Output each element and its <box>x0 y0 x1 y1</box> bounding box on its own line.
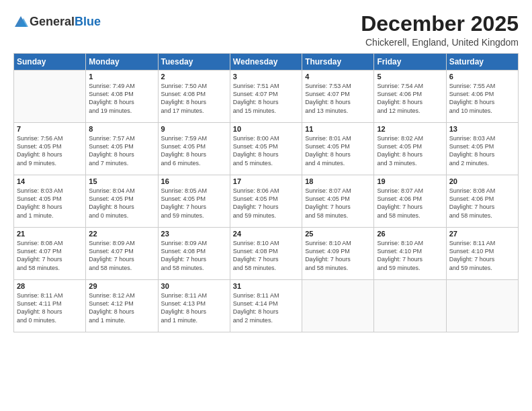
day-info: Sunrise: 7:55 AMSunset: 4:06 PMDaylight:… <box>449 82 515 115</box>
day-number: 30 <box>161 282 227 290</box>
day-number: 19 <box>377 177 443 185</box>
calendar-week-row: 1Sunrise: 7:49 AMSunset: 4:08 PMDaylight… <box>14 71 519 123</box>
table-row: 11Sunrise: 8:01 AMSunset: 4:05 PMDayligh… <box>302 123 374 175</box>
calendar-page: GeneralBlue December 2025 Chickerell, En… <box>0 0 532 411</box>
day-info: Sunrise: 7:56 AMSunset: 4:05 PMDaylight:… <box>17 134 83 167</box>
header: GeneralBlue December 2025 Chickerell, En… <box>13 12 519 48</box>
day-number: 5 <box>377 73 443 81</box>
table-row: 22Sunrise: 8:09 AMSunset: 4:07 PMDayligh… <box>86 228 158 280</box>
day-info: Sunrise: 8:05 AMSunset: 4:05 PMDaylight:… <box>161 187 227 220</box>
table-row <box>14 71 86 123</box>
day-info: Sunrise: 7:53 AMSunset: 4:07 PMDaylight:… <box>305 82 371 115</box>
table-row: 20Sunrise: 8:08 AMSunset: 4:06 PMDayligh… <box>446 175 518 228</box>
col-tuesday: Tuesday <box>158 54 230 71</box>
day-number: 16 <box>161 177 227 185</box>
day-info: Sunrise: 8:11 AMSunset: 4:14 PMDaylight:… <box>233 291 299 324</box>
day-number: 1 <box>89 73 154 81</box>
day-number: 10 <box>233 125 299 133</box>
day-number: 15 <box>89 177 154 185</box>
table-row: 23Sunrise: 8:09 AMSunset: 4:08 PMDayligh… <box>158 228 230 280</box>
day-info: Sunrise: 8:11 AMSunset: 4:11 PMDaylight:… <box>17 291 83 324</box>
day-info: Sunrise: 7:59 AMSunset: 4:05 PMDaylight:… <box>161 134 227 167</box>
table-row: 4Sunrise: 7:53 AMSunset: 4:07 PMDaylight… <box>302 71 374 123</box>
table-row: 9Sunrise: 7:59 AMSunset: 4:05 PMDaylight… <box>158 123 230 175</box>
day-number: 4 <box>305 73 371 81</box>
day-info: Sunrise: 8:10 AMSunset: 4:08 PMDaylight:… <box>233 239 299 272</box>
day-info: Sunrise: 8:06 AMSunset: 4:05 PMDaylight:… <box>233 187 299 220</box>
day-number: 12 <box>377 125 443 133</box>
day-info: Sunrise: 8:11 AMSunset: 4:13 PMDaylight:… <box>161 291 227 324</box>
day-number: 28 <box>17 282 83 290</box>
day-number: 21 <box>17 230 83 238</box>
table-row <box>302 280 374 332</box>
day-info: Sunrise: 7:57 AMSunset: 4:05 PMDaylight:… <box>89 134 154 167</box>
col-wednesday: Wednesday <box>230 54 302 71</box>
location: Chickerell, England, United Kingdom <box>361 37 519 48</box>
day-number: 25 <box>305 230 371 238</box>
day-info: Sunrise: 8:07 AMSunset: 4:06 PMDaylight:… <box>377 187 443 220</box>
day-info: Sunrise: 8:10 AMSunset: 4:10 PMDaylight:… <box>377 239 443 272</box>
day-info: Sunrise: 8:02 AMSunset: 4:05 PMDaylight:… <box>377 134 443 167</box>
day-info: Sunrise: 7:49 AMSunset: 4:08 PMDaylight:… <box>89 82 154 115</box>
table-row <box>374 280 446 332</box>
col-friday: Friday <box>374 54 446 71</box>
day-info: Sunrise: 7:54 AMSunset: 4:06 PMDaylight:… <box>377 82 443 115</box>
day-number: 11 <box>305 125 371 133</box>
table-row: 8Sunrise: 7:57 AMSunset: 4:05 PMDaylight… <box>86 123 158 175</box>
table-row: 15Sunrise: 8:04 AMSunset: 4:05 PMDayligh… <box>86 175 158 228</box>
table-row: 30Sunrise: 8:11 AMSunset: 4:13 PMDayligh… <box>158 280 230 332</box>
table-row: 5Sunrise: 7:54 AMSunset: 4:06 PMDaylight… <box>374 71 446 123</box>
day-info: Sunrise: 8:01 AMSunset: 4:05 PMDaylight:… <box>305 134 371 167</box>
table-row: 7Sunrise: 7:56 AMSunset: 4:05 PMDaylight… <box>14 123 86 175</box>
logo-blue-text: Blue <box>75 15 101 28</box>
day-info: Sunrise: 8:12 AMSunset: 4:12 PMDaylight:… <box>89 291 154 324</box>
day-number: 18 <box>305 177 371 185</box>
table-row: 25Sunrise: 8:10 AMSunset: 4:09 PMDayligh… <box>302 228 374 280</box>
table-row: 1Sunrise: 7:49 AMSunset: 4:08 PMDaylight… <box>86 71 158 123</box>
title-block: December 2025 Chickerell, England, Unite… <box>361 12 519 48</box>
table-row: 13Sunrise: 8:03 AMSunset: 4:05 PMDayligh… <box>446 123 518 175</box>
day-number: 14 <box>17 177 83 185</box>
day-info: Sunrise: 8:03 AMSunset: 4:05 PMDaylight:… <box>17 187 83 220</box>
day-number: 22 <box>89 230 154 238</box>
table-row: 17Sunrise: 8:06 AMSunset: 4:05 PMDayligh… <box>230 175 302 228</box>
day-number: 20 <box>449 177 515 185</box>
day-number: 6 <box>449 73 515 81</box>
day-number: 23 <box>161 230 227 238</box>
col-saturday: Saturday <box>446 54 518 71</box>
table-row: 28Sunrise: 8:11 AMSunset: 4:11 PMDayligh… <box>14 280 86 332</box>
logo: GeneralBlue <box>13 15 101 30</box>
day-info: Sunrise: 7:50 AMSunset: 4:08 PMDaylight:… <box>161 82 227 115</box>
day-info: Sunrise: 8:09 AMSunset: 4:07 PMDaylight:… <box>89 239 154 272</box>
day-info: Sunrise: 8:03 AMSunset: 4:05 PMDaylight:… <box>449 134 515 167</box>
day-number: 7 <box>17 125 83 133</box>
day-number: 17 <box>233 177 299 185</box>
day-number: 13 <box>449 125 515 133</box>
table-row: 19Sunrise: 8:07 AMSunset: 4:06 PMDayligh… <box>374 175 446 228</box>
table-row: 2Sunrise: 7:50 AMSunset: 4:08 PMDaylight… <box>158 71 230 123</box>
table-row: 26Sunrise: 8:10 AMSunset: 4:10 PMDayligh… <box>374 228 446 280</box>
calendar-week-row: 7Sunrise: 7:56 AMSunset: 4:05 PMDaylight… <box>14 123 519 175</box>
logo-general-text: General <box>30 15 75 28</box>
logo-icon <box>13 15 28 30</box>
table-row: 24Sunrise: 8:10 AMSunset: 4:08 PMDayligh… <box>230 228 302 280</box>
table-row: 29Sunrise: 8:12 AMSunset: 4:12 PMDayligh… <box>86 280 158 332</box>
day-number: 2 <box>161 73 227 81</box>
table-row: 27Sunrise: 8:11 AMSunset: 4:10 PMDayligh… <box>446 228 518 280</box>
table-row: 16Sunrise: 8:05 AMSunset: 4:05 PMDayligh… <box>158 175 230 228</box>
table-row: 14Sunrise: 8:03 AMSunset: 4:05 PMDayligh… <box>14 175 86 228</box>
table-row: 12Sunrise: 8:02 AMSunset: 4:05 PMDayligh… <box>374 123 446 175</box>
calendar-week-row: 21Sunrise: 8:08 AMSunset: 4:07 PMDayligh… <box>14 228 519 280</box>
day-info: Sunrise: 8:04 AMSunset: 4:05 PMDaylight:… <box>89 187 154 220</box>
calendar-week-row: 28Sunrise: 8:11 AMSunset: 4:11 PMDayligh… <box>14 280 519 332</box>
table-row <box>446 280 518 332</box>
col-monday: Monday <box>86 54 158 71</box>
table-row: 10Sunrise: 8:00 AMSunset: 4:05 PMDayligh… <box>230 123 302 175</box>
day-number: 27 <box>449 230 515 238</box>
day-info: Sunrise: 8:09 AMSunset: 4:08 PMDaylight:… <box>161 239 227 272</box>
day-info: Sunrise: 7:51 AMSunset: 4:07 PMDaylight:… <box>233 82 299 115</box>
day-number: 8 <box>89 125 154 133</box>
day-number: 9 <box>161 125 227 133</box>
month-title: December 2025 <box>361 12 519 36</box>
col-thursday: Thursday <box>302 54 374 71</box>
